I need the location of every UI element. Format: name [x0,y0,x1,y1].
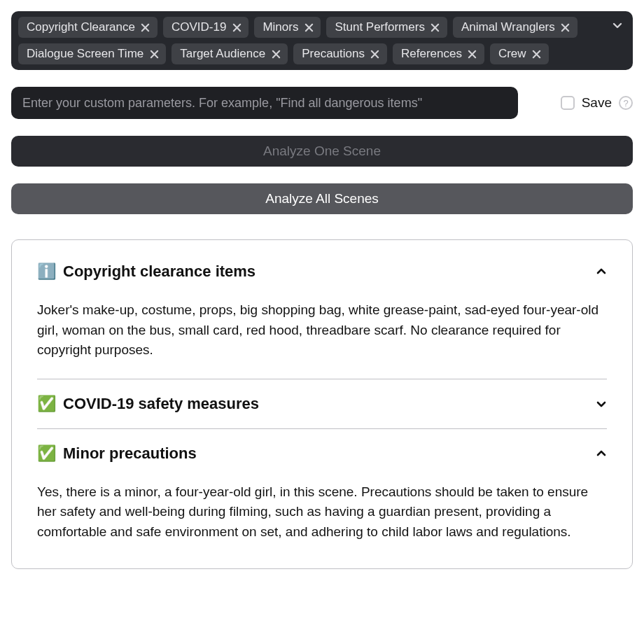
accordion-body: Joker's make-up, costume, props, big sho… [37,296,607,379]
tag-label: Target Audience [180,47,265,61]
accordion-item: ✅COVID-19 safety measures [37,379,607,429]
tag-label: Animal Wranglers [461,20,555,34]
analyze-all-scenes-button[interactable]: Analyze All Scenes [11,183,633,214]
tag-chip[interactable]: Minors [254,17,321,38]
save-group: Save ? [561,95,633,111]
accordion-title: Minor precautions [63,444,197,463]
results-panel: ℹ️Copyright clearance itemsJoker's make-… [11,239,633,569]
tags-expand-button[interactable] [612,20,623,31]
tag-chip[interactable]: Precautions [293,43,387,64]
tag-label: Stunt Performers [335,20,425,34]
tag-label: Dialogue Screen Time [27,47,144,61]
tag-bar: Copyright ClearanceCOVID-19MinorsStunt P… [11,11,633,70]
save-checkbox[interactable] [561,96,575,110]
accordion-body: Yes, there is a minor, a four-year-old g… [37,478,607,561]
close-icon[interactable] [304,22,314,32]
input-row: Save ? [11,87,633,119]
accordion-item: ℹ️Copyright clearance itemsJoker's make-… [37,257,607,379]
tag-label: Precautions [302,47,365,61]
chevron-down-icon[interactable] [596,398,607,410]
tag-label: Crew [498,47,526,61]
accordion-header[interactable]: ℹ️Copyright clearance items [37,257,607,296]
accordion-item: ✅Minor precautionsYes, there is a minor,… [37,429,607,561]
close-icon[interactable] [149,49,159,59]
close-icon[interactable] [532,49,542,59]
accordion-header[interactable]: ✅COVID-19 safety measures [37,379,607,428]
close-icon[interactable] [370,49,380,59]
close-icon[interactable] [468,49,477,59]
tag-chip[interactable]: Animal Wranglers [453,17,578,38]
accordion-title: Copyright clearance items [63,262,255,281]
analyze-one-scene-button[interactable]: Analyze One Scene [11,136,633,167]
accordion-header[interactable]: ✅Minor precautions [37,429,607,478]
check-icon: ✅ [37,444,56,463]
save-label: Save [582,95,612,111]
tag-chip[interactable]: Stunt Performers [326,17,447,38]
tag-chip[interactable]: Dialogue Screen Time [18,43,166,64]
info-icon: ℹ️ [37,262,56,281]
close-icon[interactable] [430,22,440,32]
help-icon[interactable]: ? [619,96,633,110]
tag-chip[interactable]: Target Audience [172,43,288,64]
tag-chip[interactable]: COVID-19 [163,17,248,38]
check-icon: ✅ [37,395,56,413]
close-icon[interactable] [232,22,241,32]
close-icon[interactable] [271,49,281,59]
tag-chip[interactable]: Crew [490,43,549,64]
tag-label: Copyright Clearance [27,20,135,34]
close-icon[interactable] [561,22,570,32]
tag-chip[interactable]: Copyright Clearance [18,17,158,38]
close-icon[interactable] [141,22,150,32]
chevron-up-icon[interactable] [596,448,607,459]
tag-label: References [401,47,462,61]
tag-chip[interactable]: References [393,43,484,64]
tag-label: Minors [262,20,298,34]
chevron-up-icon[interactable] [596,266,607,277]
accordion-title: COVID-19 safety measures [63,395,259,413]
custom-parameters-input[interactable] [11,87,518,119]
tag-label: COVID-19 [172,20,226,34]
